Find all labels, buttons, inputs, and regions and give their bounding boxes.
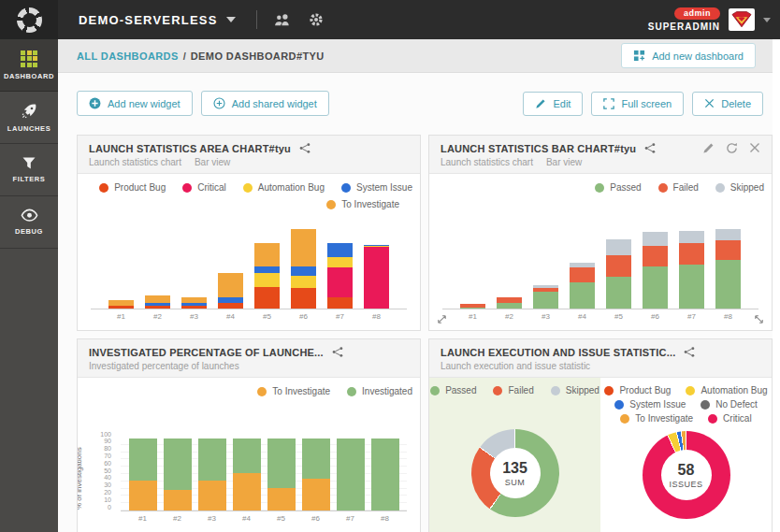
bar-#2[interactable] (164, 439, 192, 510)
legend-item[interactable]: System Issue (614, 399, 686, 410)
investigated-segment[interactable] (129, 439, 157, 481)
app-logo-button[interactable] (0, 0, 58, 39)
to_investigate-segment[interactable] (302, 479, 330, 510)
scrollbar[interactable] (773, 39, 780, 532)
passed-segment[interactable] (679, 265, 704, 309)
product_bug-segment[interactable] (145, 306, 170, 309)
skipped-segment[interactable] (679, 231, 704, 243)
to_investigate-segment[interactable] (291, 229, 316, 266)
product_bug-segment[interactable] (108, 306, 134, 309)
bar-#2[interactable] (145, 223, 170, 309)
sidebar-item-dashboard[interactable]: DASHBOARD (0, 39, 58, 92)
sidebar-item-filters[interactable]: FILTERS (0, 144, 58, 196)
bar-#5[interactable] (606, 223, 631, 309)
investigated-segment[interactable] (164, 439, 192, 490)
to_investigate-segment[interactable] (198, 481, 226, 510)
widget-close-button[interactable] (749, 142, 760, 154)
failed-segment[interactable] (570, 267, 595, 282)
bar-#1[interactable] (108, 223, 134, 309)
delete-dashboard-button[interactable]: Delete (692, 92, 763, 116)
bar-#6[interactable] (302, 439, 330, 510)
legend-item[interactable]: To Investigate (326, 199, 399, 209)
failed-segment[interactable] (606, 255, 631, 277)
product_bug-segment[interactable] (291, 288, 316, 309)
widget-header[interactable]: LAUNCH EXECUTION AND ISSUE STATISTIC... … (429, 339, 772, 378)
critical-segment[interactable] (327, 267, 353, 297)
fullscreen-button[interactable]: Full screen (591, 92, 684, 116)
issues-donut-chart[interactable]: 58 ISSUES (643, 431, 730, 519)
legend-item[interactable]: Product Bug (99, 182, 166, 193)
legend-item[interactable]: Skipped (715, 182, 764, 193)
bar-#4[interactable] (233, 439, 261, 510)
bar-#7[interactable] (679, 223, 704, 309)
bar-#4[interactable] (218, 223, 243, 309)
to_investigate-segment[interactable] (164, 490, 192, 510)
legend-item[interactable]: Failed (493, 385, 533, 395)
bar-#3[interactable] (533, 223, 558, 309)
legend-item[interactable]: Product Bug (604, 385, 671, 395)
settings-button[interactable] (309, 12, 324, 27)
to_investigate-segment[interactable] (129, 481, 157, 510)
passed-segment[interactable] (533, 292, 558, 309)
avatar[interactable] (729, 8, 755, 31)
automation_bug-segment[interactable] (254, 273, 280, 287)
legend-item[interactable]: Investigated (347, 386, 412, 396)
product_bug-segment[interactable] (181, 306, 207, 309)
bar-#3[interactable] (198, 439, 226, 510)
bar-#3[interactable] (181, 223, 207, 309)
to_investigate-segment[interactable] (181, 297, 207, 304)
bar-#8[interactable] (364, 223, 389, 309)
widget-header[interactable]: INVESTIGATED PERCENTAGE OF LAUNCHE... In… (78, 339, 420, 378)
breadcrumb-all-dashboards-link[interactable]: ALL DASHBOARDS (77, 50, 179, 62)
bar-#6[interactable] (643, 223, 668, 309)
legend-item[interactable]: Critical (708, 413, 752, 424)
legend-item[interactable]: To Investigate (620, 413, 693, 424)
investigated-segment[interactable] (302, 439, 330, 479)
widget-header[interactable]: LAUNCH STATISTICS BAR CHART#tyu Launch s… (429, 136, 772, 174)
bar-#2[interactable] (497, 223, 522, 309)
widget-edit-button[interactable] (702, 142, 715, 154)
failed-segment[interactable] (643, 246, 668, 266)
to_investigate-segment[interactable] (145, 295, 170, 303)
bar-#8[interactable] (715, 223, 741, 309)
passed-segment[interactable] (606, 277, 631, 309)
bar-#1[interactable] (460, 223, 485, 309)
skipped-segment[interactable] (606, 239, 631, 255)
sidebar-item-launches[interactable]: LAUNCHES (0, 92, 58, 144)
bar-#8[interactable] (371, 439, 399, 510)
critical-segment[interactable] (364, 247, 389, 309)
investigated-segment[interactable] (267, 439, 296, 488)
widget-refresh-button[interactable] (726, 142, 738, 154)
automation_bug-segment[interactable] (327, 257, 353, 266)
legend-item[interactable]: Passed (595, 182, 641, 193)
passed-segment[interactable] (460, 308, 485, 309)
legend-item[interactable]: Skipped (551, 385, 599, 395)
widget-header[interactable]: LAUNCH STATISTICS AREA CHART#tyu Launch … (78, 136, 420, 174)
product_bug-segment[interactable] (327, 297, 353, 309)
failed-segment[interactable] (497, 297, 522, 304)
legend-item[interactable]: Failed (658, 182, 699, 193)
to_investigate-segment[interactable] (218, 273, 243, 296)
bar-#7[interactable] (337, 439, 365, 510)
system_issue-segment[interactable] (291, 266, 316, 276)
failed-segment[interactable] (715, 240, 741, 259)
add-new-widget-button[interactable]: Add new widget (77, 91, 193, 116)
to_investigate-segment[interactable] (254, 243, 280, 266)
product_bug-segment[interactable] (218, 303, 243, 309)
add-new-dashboard-button[interactable]: Add new dashboard (621, 43, 756, 68)
failed-segment[interactable] (679, 243, 704, 266)
bar-#5[interactable] (254, 223, 280, 309)
execution-donut-chart[interactable]: 135 SUM (471, 429, 559, 517)
passed-segment[interactable] (715, 260, 741, 309)
legend-item[interactable]: Passed (430, 385, 476, 395)
bar-#7[interactable] (327, 223, 353, 309)
legend-item[interactable]: No Defect (701, 399, 757, 410)
user-menu-chevron-icon[interactable] (763, 18, 771, 22)
members-button[interactable] (274, 13, 290, 27)
to_investigate-segment[interactable] (267, 488, 296, 510)
widget-resize-handle[interactable] (753, 313, 765, 325)
system_issue-segment[interactable] (254, 266, 280, 274)
bar-#4[interactable] (570, 223, 595, 309)
investigated-segment[interactable] (198, 439, 226, 481)
product_bug-segment[interactable] (254, 287, 280, 309)
